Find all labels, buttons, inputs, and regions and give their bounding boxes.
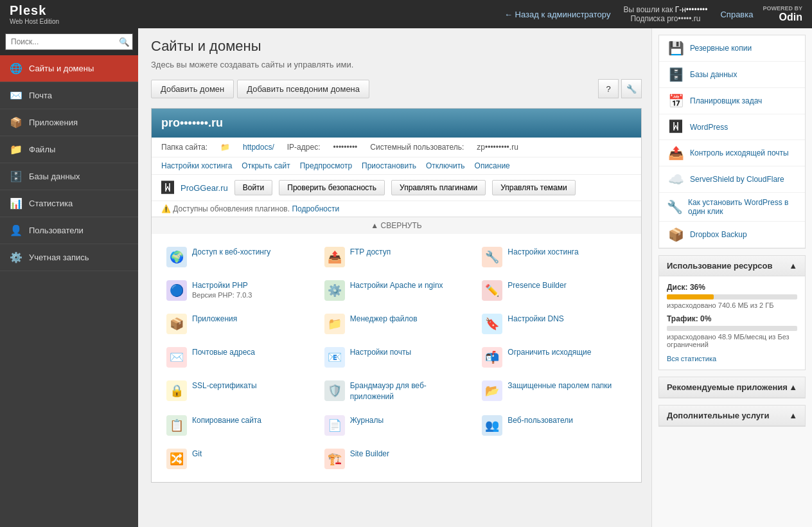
feature-link-mail-addr[interactable]: Почтовые адреса [192, 348, 255, 357]
open-site-link[interactable]: Открыть сайт [242, 161, 290, 170]
wp-security-button[interactable]: Проверить безопасность [279, 180, 385, 195]
quick-icon-scheduler: 📅 [667, 93, 685, 109]
feature-link-hosting-settings[interactable]: Настройки хостинга [508, 247, 578, 256]
feature-link-site-builder[interactable]: Site Builder [350, 449, 389, 458]
extra-header[interactable]: Дополнительные услуги ▲ [659, 406, 805, 426]
collapse-bar[interactable]: ▲ СВЕРНУТЬ [152, 217, 641, 234]
quick-link-servershield[interactable]: ServerShield by CloudFlare [690, 175, 784, 184]
feature-link-mail-settings[interactable]: Настройки почты [350, 348, 411, 357]
quick-link-dropbox[interactable]: Dropbox Backup [690, 230, 747, 239]
sidebar-item-files-label: Файлы [29, 145, 55, 154]
wp-plugins-button[interactable]: Управлять плагинами [391, 180, 486, 195]
quick-item-wp-install[interactable]: 🔧 Как установить WordPress в один клик [659, 193, 805, 222]
quick-item-databases2[interactable]: 🗄️ Базы данных [659, 62, 805, 88]
quick-link-backups[interactable]: Резервные копии [690, 44, 752, 53]
sidebar-item-stats[interactable]: 📊 Статистика [0, 190, 138, 217]
preview-link[interactable]: Предпросмотр [300, 161, 352, 170]
quick-link-wordpress[interactable]: WordPress [690, 123, 728, 132]
feature-link-web-hosting[interactable]: Доступ к веб-хостингу [192, 247, 270, 256]
update-details-link[interactable]: Подробности [292, 204, 339, 213]
sidebar-item-sites[interactable]: 🌐 Сайты и домены [0, 55, 138, 82]
feature-item-logs[interactable]: 📄 Журналы [319, 412, 474, 439]
settings-icon-button[interactable]: 🔧 [621, 79, 642, 98]
feature-link-logs[interactable]: Журналы [350, 416, 384, 425]
quick-link-databases2[interactable]: Базы данных [690, 70, 737, 79]
sidebar-item-apps[interactable]: 📦 Приложения [0, 109, 138, 136]
help-button[interactable]: Справка [720, 10, 753, 19]
feature-link-dns[interactable]: Настройки DNS [508, 314, 564, 323]
feature-link-ssl[interactable]: SSL-сертификаты [192, 381, 257, 390]
feature-item-php[interactable]: 🔵 Настройки PHP Версия PHP: 7.0.3 [161, 277, 316, 304]
sidebar-item-files[interactable]: 📁 Файлы [0, 136, 138, 163]
feature-link-copy-site[interactable]: Копирование сайта [192, 416, 261, 425]
sidebar-item-users[interactable]: 👤 Пользователи [0, 217, 138, 244]
feature-item-copy-site[interactable]: 📋 Копирование сайта [161, 412, 316, 439]
sidebar-item-databases[interactable]: 🗄️ Базы данных [0, 163, 138, 190]
back-to-admin-link[interactable]: Назад к администратору [504, 10, 611, 19]
feature-link-limit-mail[interactable]: Ограничить исходящие [508, 348, 591, 357]
recommended-collapse-icon: ▲ [789, 382, 797, 392]
domain-header: pro•••••••.ru [152, 109, 641, 138]
feature-item-site-builder[interactable]: 🏗️ Site Builder [319, 445, 474, 472]
feature-link-apache[interactable]: Настройки Apache и nginx [350, 281, 443, 290]
search-input[interactable] [5, 33, 133, 50]
feature-icon-apps2: 📦 [166, 314, 187, 334]
sidebar-item-account[interactable]: ⚙️ Учетная запись [0, 244, 138, 271]
quick-link-wp-install[interactable]: Как установить WordPress в один клик [688, 198, 797, 216]
quick-item-outgoing-mail[interactable]: 📤 Контроль исходящей почты [659, 140, 805, 166]
quick-item-dropbox[interactable]: 📦 Dropbox Backup [659, 222, 805, 248]
hosting-settings-link[interactable]: Настройки хостинга [161, 161, 232, 170]
quick-item-servershield[interactable]: ☁️ ServerShield by CloudFlare [659, 166, 805, 193]
feature-item-dns[interactable]: 🔖 Настройки DNS [477, 310, 631, 337]
help-icon-button[interactable]: ? [598, 79, 619, 98]
sidebar-item-mail[interactable]: ✉️ Почта [0, 82, 138, 109]
feature-item-presence[interactable]: ✏️ Presence Builder [477, 277, 631, 304]
suspend-link[interactable]: Приостановить [362, 161, 416, 170]
folder-link[interactable]: httpdocs/ [243, 143, 274, 152]
feature-link-ftp[interactable]: FTP доступ [350, 247, 391, 256]
feature-item-mail-addr[interactable]: ✉️ Почтовые адреса [161, 344, 316, 371]
quick-link-scheduler[interactable]: Планировщик задач [690, 96, 762, 105]
resources-header[interactable]: Использование ресурсов ▲ [659, 256, 805, 276]
quick-item-backups[interactable]: 💾 Резервные копии [659, 35, 805, 62]
feature-text-mail-settings: Настройки почты [350, 347, 411, 358]
feature-link-presence[interactable]: Presence Builder [508, 281, 566, 290]
feature-item-git[interactable]: 🔀 Git [161, 445, 316, 472]
feature-item-mail-settings[interactable]: 📧 Настройки почты [319, 344, 474, 371]
wp-site-link[interactable]: ProGGear.ru [181, 183, 228, 193]
recommended-header[interactable]: Рекомендуемые приложения ▲ [659, 377, 805, 398]
feature-item-ftp[interactable]: 📤 FTP доступ [319, 244, 474, 271]
disable-link[interactable]: Отключить [426, 161, 465, 170]
feature-link-firewall[interactable]: Брандмауэр для веб-приложений [350, 381, 427, 401]
resources-section: Использование ресурсов ▲ Диск: 36% израс… [658, 255, 806, 370]
feature-link-php[interactable]: Настройки PHP [192, 281, 248, 290]
description-link[interactable]: Описание [475, 161, 510, 170]
quick-link-outgoing-mail[interactable]: Контроль исходящей почты [690, 148, 789, 157]
feature-item-apache[interactable]: ⚙️ Настройки Apache и nginx [319, 277, 474, 304]
feature-item-hosting-settings[interactable]: 🔧 Настройки хостинга [477, 244, 631, 271]
feature-link-git[interactable]: Git [192, 449, 202, 458]
quick-icon-wp-install: 🔧 [667, 199, 683, 215]
feature-item-apps2[interactable]: 📦 Приложения [161, 310, 316, 337]
feature-item-limit-mail[interactable]: 📬 Ограничить исходящие [477, 344, 631, 371]
add-alias-button[interactable]: Добавить псевдоним домена [237, 80, 369, 98]
quick-item-scheduler[interactable]: 📅 Планировщик задач [659, 88, 805, 114]
feature-link-apps2[interactable]: Приложения [192, 314, 237, 323]
feature-link-file-manager[interactable]: Менеджер файлов [350, 314, 418, 323]
feature-link-protected-dirs[interactable]: Защищенные паролем папки [508, 381, 612, 390]
feature-item-file-manager[interactable]: 📁 Менеджер файлов [319, 310, 474, 337]
sidebar-item-mail-label: Почта [29, 91, 52, 100]
feature-item-firewall[interactable]: 🛡️ Брандмауэр для веб-приложений [319, 377, 474, 406]
feature-item-protected-dirs[interactable]: 📂 Защищенные паролем папки [477, 377, 631, 406]
folder-label: Папка сайта: [161, 143, 207, 152]
feature-item-web-hosting[interactable]: 🌍 Доступ к веб-хостингу [161, 244, 316, 271]
wp-login-button[interactable]: Войти [234, 180, 273, 195]
search-button[interactable]: 🔍 [119, 37, 130, 47]
add-domain-button[interactable]: Добавить домен [151, 80, 234, 98]
quick-item-wordpress[interactable]: 🆆 WordPress [659, 114, 805, 140]
stats-link[interactable]: Вся статистика [667, 355, 716, 362]
wp-themes-button[interactable]: Управлять темами [492, 180, 576, 195]
feature-item-web-users[interactable]: 👥 Веб-пользователи [477, 412, 631, 439]
feature-item-ssl[interactable]: 🔒 SSL-сертификаты [161, 377, 316, 406]
feature-link-web-users[interactable]: Веб-пользователи [508, 416, 573, 425]
